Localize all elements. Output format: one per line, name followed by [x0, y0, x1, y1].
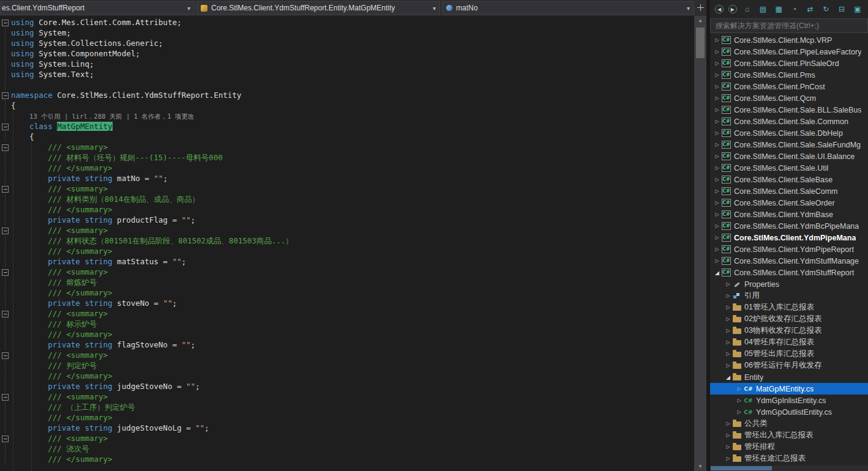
tree-item-folder[interactable]: ▷02炉批收发存汇总报表	[710, 313, 868, 325]
code-line[interactable]: using System.ComponentModel;	[0, 48, 694, 59]
chevron-collapsed-icon[interactable]: ▷	[713, 72, 722, 78]
chevron-collapsed-icon[interactable]: ▷	[724, 456, 733, 461]
switch-views-icon[interactable]: ▦	[773, 4, 784, 15]
code-line[interactable]: /// <summary>	[0, 267, 694, 277]
code-line[interactable]: using System.Text;	[0, 69, 694, 80]
code-line[interactable]: private string flagStoveNo = "";	[0, 339, 694, 350]
scrollbar-thumb[interactable]	[696, 28, 705, 58]
chevron-collapsed-icon[interactable]: ▷	[713, 37, 722, 43]
scroll-up-icon[interactable]: ▲	[694, 16, 706, 25]
tree-item-folder[interactable]: ▷管坯在途汇总报表	[710, 453, 868, 464]
tree-item-project[interactable]: ▷C#Core.StlMes.Client.PlnSaleOrd	[710, 57, 868, 69]
code-editor-surface[interactable]: using Core.Mes.Client.Comm.Attribute;usi…	[0, 16, 694, 471]
tree-item-project[interactable]: ▷C#Core.StlMes.Client.SaleComm	[710, 185, 868, 197]
chevron-collapsed-icon[interactable]: ▷	[724, 316, 733, 322]
chevron-collapsed-icon[interactable]: ▷	[713, 177, 722, 182]
code-line[interactable]: {	[0, 132, 694, 142]
refresh-icon[interactable]: ↻	[820, 4, 831, 15]
code-line[interactable]: /// 材料状态（801501在制品阶段、801502成品、801503商品..…	[0, 236, 694, 246]
chevron-collapsed-icon[interactable]: ▷	[713, 188, 722, 194]
tree-item-project[interactable]: ▷C#Core.StlMes.Client.Sale.Common	[710, 116, 868, 127]
chevron-collapsed-icon[interactable]: ▷	[713, 165, 722, 171]
code-line[interactable]: private string productFlag = "";	[0, 215, 694, 225]
chevron-collapsed-icon[interactable]: ▷	[724, 432, 733, 438]
chevron-collapsed-icon[interactable]: ▷	[735, 398, 744, 403]
tree-item-folder[interactable]: ▷管坯出入库汇总报表	[710, 429, 868, 441]
tree-item-project[interactable]: ▷C#Core.StlMes.Client.Sale.UI.Balance	[710, 150, 868, 162]
code-line[interactable]: /// </summary>	[0, 246, 694, 256]
solution-explorer-search-input[interactable]: 搜索解决方案资源管理器(Ctrl+;)	[710, 18, 868, 33]
code-line[interactable]: namespace Core.StlMes.Client.YdmStuffRep…	[0, 90, 694, 100]
chevron-collapsed-icon[interactable]: ▷	[713, 61, 722, 66]
chevron-collapsed-icon[interactable]: ▷	[713, 247, 722, 252]
chevron-collapsed-icon[interactable]: ▷	[713, 130, 722, 136]
tree-item-project[interactable]: ▷C#Core.StlMes.Client.Qcm	[710, 92, 868, 104]
tree-item-project[interactable]: ▷C#Core.StlMes.Client.Sale.Util	[710, 162, 868, 174]
scroll-down-icon[interactable]: ▼	[694, 462, 706, 471]
tree-item-project[interactable]: ▷C#Core.StlMes.Client.Sale.DbHelp	[710, 127, 868, 139]
tree-item-folder[interactable]: ◢Entity	[710, 371, 868, 383]
code-line[interactable]: {	[0, 100, 694, 111]
chevron-collapsed-icon[interactable]: ▷	[713, 84, 722, 89]
navbar-project-dropdown[interactable]: es.Client.YdmStuffReport ▾	[0, 1, 195, 15]
home-icon[interactable]: ⌂	[742, 4, 753, 15]
code-line[interactable]: /// </summary>	[0, 371, 694, 381]
code-line[interactable]: /// 材料号（坯号）规则---(15)----母料号000	[0, 152, 694, 163]
tree-item-project[interactable]: ▷C#Core.StlMes.Client.YdmPipeReport	[710, 243, 868, 255]
scrollbar-thumb[interactable]	[711, 466, 772, 470]
fold-collapse-icon[interactable]	[0, 433, 11, 443]
fold-collapse-icon[interactable]	[0, 308, 11, 319]
tree-item-project[interactable]: ◢C#Core.StlMes.Client.YdmStuffReport	[710, 267, 868, 278]
fold-collapse-icon[interactable]	[0, 225, 11, 236]
chevron-collapsed-icon[interactable]: ▷	[713, 119, 722, 124]
code-line[interactable]: /// <summary>	[0, 350, 694, 360]
code-line[interactable]: /// <summary>	[0, 391, 694, 402]
properties-icon[interactable]: ▣	[852, 4, 863, 15]
code-line[interactable]: /// 标示炉号	[0, 319, 694, 329]
code-line[interactable]: /// </summary>	[0, 287, 694, 298]
chevron-collapsed-icon[interactable]: ▷	[713, 142, 722, 147]
code-line[interactable]: /// <summary>	[0, 433, 694, 443]
chevron-collapsed-icon[interactable]: ▷	[713, 107, 722, 113]
chevron-collapsed-icon[interactable]: ▷	[713, 223, 722, 229]
tree-item-file[interactable]: ▷C#YdmGpInlistEntity.cs	[710, 395, 868, 406]
fold-collapse-icon[interactable]	[0, 350, 11, 360]
chevron-collapsed-icon[interactable]: ▷	[735, 386, 744, 391]
sync-with-active-document-icon[interactable]: ⇄	[805, 4, 816, 15]
tree-item-project[interactable]: ▷C#Core.StlMes.Client.SaleBase	[710, 174, 868, 185]
chevron-collapsed-icon[interactable]: ▷	[713, 154, 722, 159]
code-line[interactable]: using System;	[0, 28, 694, 38]
chevron-collapsed-icon[interactable]: ▷	[724, 421, 733, 426]
tree-item-folder[interactable]: ▷公共类	[710, 418, 868, 429]
chevron-collapsed-icon[interactable]: ▷	[724, 305, 733, 310]
code-line[interactable]: /// </summary>	[0, 163, 694, 173]
tree-item-project[interactable]: ▷C#Core.StlMes.Client.SaleOrder	[710, 197, 868, 209]
tree-item-project[interactable]: ▷C#Core.StlMes.Client.PipeLeaveFactory	[710, 46, 868, 57]
chevron-collapsed-icon[interactable]: ▷	[713, 235, 722, 240]
tree-item-project[interactable]: ▷C#Core.StlMes.Client.Mcp.VRP	[710, 34, 868, 46]
chevron-expanded-icon[interactable]: ◢	[713, 270, 722, 276]
code-line[interactable]: using System.Collections.Generic;	[0, 38, 694, 48]
tree-item-folder[interactable]: ▷03物料收发存汇总报表	[710, 325, 868, 336]
fold-collapse-icon[interactable]	[0, 391, 11, 402]
code-line[interactable]: /// 浇次号	[0, 443, 694, 454]
code-line[interactable]: class MatGpMEntity	[0, 121, 694, 132]
code-line[interactable]	[0, 80, 694, 90]
chevron-collapsed-icon[interactable]: ▷	[735, 409, 744, 415]
tree-item-project[interactable]: ▷C#Core.StlMes.Client.YdmPipeMana	[710, 232, 868, 243]
navbar-member-dropdown[interactable]: matNo ▾	[442, 1, 694, 15]
tree-item-folder[interactable]: ▷06管坯运行年月收发存	[710, 360, 868, 371]
tree-item-project[interactable]: ▷C#Core.StlMes.Client.Sale.SaleFundMg	[710, 139, 868, 150]
editor-vertical-scrollbar[interactable]: ▲ ▼	[694, 0, 706, 471]
fold-collapse-icon[interactable]	[0, 121, 11, 132]
fold-collapse-icon[interactable]	[0, 267, 11, 277]
navbar-type-dropdown[interactable]: Core.StlMes.Client.YdmStuffReport.Entity…	[196, 1, 440, 15]
code-line[interactable]: /// （上工序）判定炉号	[0, 402, 694, 412]
history-icon[interactable]: ◔	[789, 4, 800, 15]
chevron-collapsed-icon[interactable]: ▷	[713, 49, 722, 54]
tree-item-folder[interactable]: ▷01管坯入库汇总报表	[710, 302, 868, 313]
fold-collapse-icon[interactable]	[0, 90, 11, 100]
scrollbar-track[interactable]	[694, 25, 706, 462]
chevron-collapsed-icon[interactable]: ▷	[724, 351, 733, 357]
code-line[interactable]: /// </summary>	[0, 412, 694, 423]
